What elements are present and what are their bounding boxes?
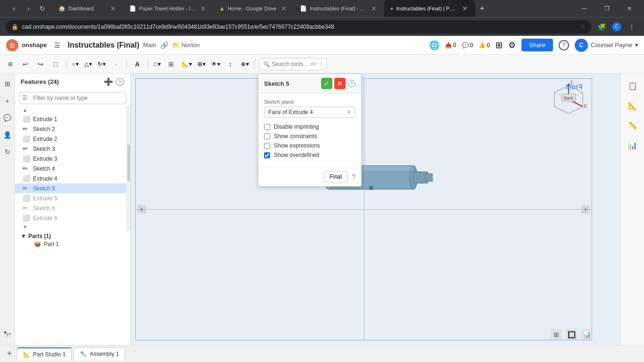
canvas-icon-3[interactable]: 📊 xyxy=(581,329,592,340)
scroll-down-row[interactable]: ▼ xyxy=(15,223,126,231)
parts-header[interactable]: ▼ Parts (1) xyxy=(21,233,124,239)
view-dropdown[interactable]: 👁▾ xyxy=(209,60,222,68)
refresh-btn[interactable]: ↻ xyxy=(36,2,49,15)
right-panel-btn1[interactable]: 📋 xyxy=(624,77,641,94)
canvas-area[interactable]: Front xyxy=(131,74,620,345)
scroll-down-icon[interactable]: ▼ xyxy=(23,224,27,230)
feature-extrude1[interactable]: ▲ xyxy=(15,106,126,114)
feature-sketch2[interactable]: ✏ Sketch 2 xyxy=(15,124,126,134)
tab-close[interactable]: ✕ xyxy=(198,4,208,13)
comment-icon[interactable]: 💬 xyxy=(1,111,14,124)
tab-instructables-onshape[interactable]: ● Instructables (Final) | Part St... ✕ xyxy=(384,0,475,17)
redo-btn[interactable]: ↪ xyxy=(34,58,47,71)
new-tab-btn[interactable]: + xyxy=(475,2,488,15)
maximize-btn[interactable]: ❐ xyxy=(596,0,618,17)
right-panel-btn4[interactable]: 📊 xyxy=(624,137,641,154)
orientation-cube[interactable]: Z X Back xyxy=(550,81,587,118)
sketch-dropdown[interactable]: ○▾ xyxy=(70,60,81,68)
clear-plane-btn[interactable]: ✕ xyxy=(347,109,351,115)
feature-extrude5[interactable]: ⬜ Extrude 5 xyxy=(15,193,126,203)
disable-imprinting-checkbox[interactable] xyxy=(264,124,270,130)
tab-google-drive[interactable]: ▲ Home - Google Drive ✕ xyxy=(214,0,294,17)
scrollbar-thumb[interactable] xyxy=(127,144,130,182)
shape-dropdown[interactable]: □▾ xyxy=(152,60,162,68)
address-bar[interactable]: 🔒 cad.onshape.com/documents/1a098baf265c… xyxy=(6,20,591,33)
tab-assembly-1[interactable]: 🔧 Assembly 1 xyxy=(74,347,125,361)
person-icon[interactable]: 👤 xyxy=(1,128,14,141)
display-dropdown[interactable]: ⊞▾ xyxy=(196,60,207,68)
add-tab-btn[interactable]: + xyxy=(4,348,15,360)
filter-input[interactable] xyxy=(29,92,123,104)
show-expressions-checkbox[interactable] xyxy=(264,143,270,149)
toggle-display-btn[interactable]: □ xyxy=(49,58,62,71)
help-btn[interactable]: ? xyxy=(559,40,569,50)
move-btn[interactable]: ↕ xyxy=(224,58,237,71)
feature-extrude2[interactable]: ⬜ Extrude 2 xyxy=(15,134,126,144)
likes-btn[interactable]: 👍0 xyxy=(479,42,490,49)
sidebar-scrollbar[interactable] xyxy=(126,106,130,231)
view-icon-bottom[interactable]: 🔭 xyxy=(1,328,14,341)
feature-sketch5[interactable]: ✏ Sketch 5 xyxy=(15,183,126,193)
back-btn[interactable]: ‹ xyxy=(8,2,21,15)
tab-close[interactable]: ✕ xyxy=(460,4,470,13)
nav-right-btn[interactable]: › xyxy=(581,205,590,214)
show-overdefined-checkbox[interactable] xyxy=(264,152,270,158)
tab-instructables-google[interactable]: 📄 Instructables (Final) - Googl... ✕ xyxy=(294,0,384,17)
forward-btn[interactable]: › xyxy=(22,2,35,15)
add-btn[interactable]: + xyxy=(1,94,14,107)
feature-extrude4[interactable]: ⬜ Extrude 4 xyxy=(15,173,126,183)
more-icon[interactable]: ⋮ xyxy=(625,20,638,33)
transform-dropdown[interactable]: ↻▾ xyxy=(96,60,107,68)
tab-paper-towel[interactable]: 📄 Paper Towel Holder - Instruc... ✕ xyxy=(124,0,214,17)
feature-sketch3[interactable]: ✏ Sketch 3 xyxy=(15,144,126,154)
dialog-clock-icon[interactable]: 🕒 xyxy=(347,80,355,87)
feature-extrude3[interactable]: ⬜ Extrude 3 xyxy=(15,154,126,164)
hamburger-menu[interactable]: ☰ xyxy=(50,39,64,52)
dialog-help-icon[interactable]: ? xyxy=(352,173,355,181)
dialog-cancel-btn[interactable]: ✕ xyxy=(334,78,346,89)
feature-extrude6[interactable]: ⬜ Extrude 6 xyxy=(15,213,126,223)
part-1-item[interactable]: 📦 Part 1 xyxy=(21,239,124,249)
feature-sketch6[interactable]: ✏ Sketch 6 xyxy=(15,203,126,213)
feature-extrude1[interactable]: ⬜ Extrude 1 xyxy=(15,114,126,124)
close-btn[interactable]: ✕ xyxy=(619,0,640,17)
profile-icon[interactable]: C xyxy=(610,20,623,33)
notifications-btn[interactable]: 📤0 xyxy=(445,42,456,49)
share-button[interactable]: Share xyxy=(521,39,553,51)
globe-icon[interactable]: 🌐 xyxy=(429,40,439,50)
minimize-btn[interactable]: — xyxy=(573,0,595,17)
search-tools[interactable]: 🔍 Search tools... alt/~ c xyxy=(259,58,327,70)
feature-sketch4[interactable]: ✏ Sketch 4 xyxy=(15,164,126,173)
tab-part-studio-1[interactable]: 📐 Part Studio 1 xyxy=(17,347,72,361)
bookmark-icon[interactable]: ☆ xyxy=(580,23,586,30)
construct-dropdown[interactable]: △▾ xyxy=(83,60,94,68)
point-btn[interactable]: · xyxy=(109,58,123,71)
tab-dashboard[interactable]: 🏠 Dashboard ✕ xyxy=(53,0,124,17)
refresh-icon[interactable]: ↻ xyxy=(1,145,14,158)
comments-btn[interactable]: 💬0 xyxy=(462,42,473,49)
onshape-logo[interactable]: O onshape xyxy=(6,39,47,52)
feature-tools-icon[interactable]: ⊞ xyxy=(1,77,14,90)
text-btn[interactable]: A xyxy=(131,58,144,71)
undo-btn[interactable]: ↩ xyxy=(19,58,32,71)
sidebar-add-icon[interactable]: ➕ xyxy=(104,77,113,86)
split-view-btn[interactable]: ⊞ xyxy=(495,40,503,50)
tab-close[interactable]: ✕ xyxy=(279,4,289,13)
tab-close[interactable]: ✕ xyxy=(369,4,379,13)
scroll-up-icon[interactable]: ▲ xyxy=(23,107,27,113)
settings-icon[interactable]: ⚙ xyxy=(508,40,516,50)
right-panel-btn2[interactable]: 📐 xyxy=(624,97,641,114)
snap-dropdown[interactable]: ⊕▾ xyxy=(239,60,251,68)
toolbar-features-icon[interactable]: ⊞ xyxy=(4,58,17,71)
canvas-icon-2[interactable]: 🔲 xyxy=(566,329,577,340)
dialog-confirm-btn[interactable]: ✓ xyxy=(321,78,332,89)
nav-up-btn[interactable]: ‹ xyxy=(138,205,146,214)
final-button[interactable]: Final xyxy=(323,171,348,182)
extensions-icon[interactable]: 🧩 xyxy=(595,20,608,33)
show-constraints-checkbox[interactable] xyxy=(264,133,270,140)
sidebar-history-icon[interactable]: 🕒 xyxy=(115,77,124,86)
dimension-dropdown[interactable]: 📐▾ xyxy=(180,60,194,68)
canvas-icon-1[interactable]: ⊞ xyxy=(551,329,562,340)
linear-pattern-btn[interactable]: ⊞ xyxy=(165,58,178,71)
right-panel-btn3[interactable]: 📏 xyxy=(624,117,641,134)
